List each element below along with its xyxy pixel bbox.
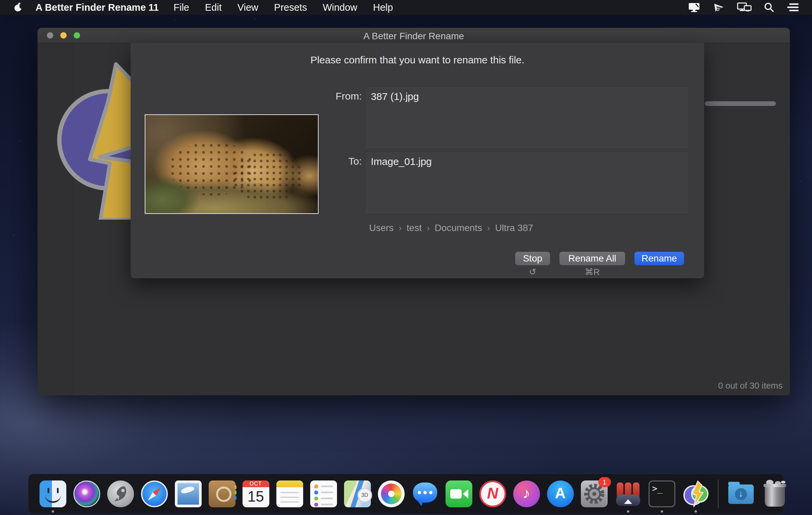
from-filename-field[interactable]: 387 (1).jpg <box>365 86 689 147</box>
rename-button[interactable]: Rename <box>634 252 684 265</box>
running-indicator <box>694 510 697 513</box>
dock-better-finder-rename[interactable] <box>683 481 709 507</box>
dock-contacts[interactable] <box>209 481 235 507</box>
window-title-bar[interactable]: A Better Finder Rename <box>37 28 790 43</box>
notification-badge: 1 <box>598 477 611 487</box>
reminders-icon <box>310 481 337 507</box>
calendar-month: OCT <box>242 481 269 487</box>
news-icon: N <box>480 481 506 507</box>
dock-safari[interactable] <box>141 481 168 507</box>
terminal-icon: >_ <box>648 481 675 507</box>
rename-all-button[interactable]: Rename All <box>559 252 625 265</box>
dock-messages[interactable] <box>412 481 438 507</box>
menu-help[interactable]: Help <box>373 2 393 13</box>
dock-mail[interactable] <box>175 481 202 507</box>
rename-all-shortcut-hint: ⌘R <box>576 267 609 277</box>
siri-icon <box>74 481 100 507</box>
screen-mirroring-icon[interactable] <box>737 2 752 12</box>
dock-finder[interactable] <box>39 481 66 507</box>
dock-launchpad[interactable] <box>107 481 134 507</box>
dock-photos[interactable] <box>378 481 405 507</box>
sheet-heading: Please confirm that you want to rename t… <box>130 54 704 66</box>
menu-presets[interactable]: Presets <box>274 2 307 13</box>
display-icon[interactable] <box>687 2 701 12</box>
apple-menu[interactable] <box>13 2 24 13</box>
to-label: To: <box>318 156 362 167</box>
finder-icon <box>39 481 66 507</box>
stop-button[interactable]: Stop <box>515 252 550 265</box>
dock-separator <box>718 480 719 508</box>
messages-bubble-icon <box>413 483 437 503</box>
dock-system-preferences[interactable]: 1 <box>581 481 608 507</box>
dock-facetime[interactable] <box>445 481 472 507</box>
notification-list-icon[interactable] <box>787 3 799 12</box>
contacts-book-icon <box>209 481 235 507</box>
dock: OCT 15 3D <box>28 474 784 514</box>
to-filename-value: Image_01.jpg <box>366 152 689 171</box>
theater-seats-icon <box>615 481 641 507</box>
breadcrumb-test: test <box>407 223 422 233</box>
safari-compass-icon <box>141 481 168 507</box>
from-filename-value: 387 (1).jpg <box>366 87 689 106</box>
to-filename-field[interactable]: Image_01.jpg <box>365 152 689 213</box>
dock-downloads-folder[interactable]: ↓ <box>728 481 754 507</box>
running-indicator <box>661 510 663 513</box>
breadcrumb-users: Users <box>369 223 394 233</box>
mail-stamp-icon <box>175 481 202 507</box>
dock-theater-seats-app[interactable] <box>615 481 641 507</box>
presentation-pointer-icon[interactable] <box>713 2 725 12</box>
dock-maps[interactable]: 3D <box>344 481 371 507</box>
dock-calendar[interactable]: OCT 15 <box>242 481 269 507</box>
dock-news[interactable]: N <box>480 481 506 507</box>
active-app-menu[interactable]: A Better Finder Rename 11 <box>35 2 159 13</box>
running-indicator <box>52 510 54 513</box>
menu-file[interactable]: File <box>174 2 189 13</box>
chevron-right-icon: › <box>399 223 402 233</box>
dock-trash[interactable] <box>761 481 788 507</box>
desktop: A Better Finder Rename 11 File Edit View… <box>0 0 812 515</box>
menu-items: File Edit View Presets Window Help <box>174 2 393 13</box>
better-finder-rename-watermark-icon <box>50 62 132 220</box>
menu-edit[interactable]: Edit <box>205 2 222 13</box>
spotlight-search-icon[interactable] <box>764 2 775 13</box>
rocket-glyph <box>107 481 134 507</box>
stop-shortcut-hint: ↺ <box>516 267 549 277</box>
dock-siri[interactable] <box>74 481 100 507</box>
calendar-day: 15 <box>242 487 269 506</box>
dock-itunes[interactable]: ♪ <box>513 481 540 507</box>
apple-logo-icon <box>13 2 24 13</box>
window-title: A Better Finder Rename <box>37 31 790 42</box>
from-label: From: <box>318 90 362 102</box>
calendar-icon: OCT 15 <box>242 481 269 507</box>
file-preview-image <box>145 114 319 214</box>
dock-reminders[interactable] <box>310 481 337 507</box>
maps-3d-badge: 3D <box>357 488 372 503</box>
photos-flower-icon <box>378 481 405 507</box>
facetime-camera-icon <box>445 481 472 507</box>
app-window: 0 out of 30 items A Better Finder Rename… <box>37 28 790 395</box>
downloads-folder-icon: ↓ <box>728 485 754 504</box>
leopard-spots-texture <box>232 152 303 202</box>
better-finder-rename-icon <box>683 481 709 507</box>
dock-app-store[interactable]: A <box>547 481 574 507</box>
chevron-right-icon: › <box>487 223 490 233</box>
app-store-icon: A <box>547 481 574 507</box>
running-indicator <box>627 510 629 513</box>
items-status-text: 0 out of 30 items <box>718 381 783 391</box>
breadcrumb-ultra-387: Ultra 387 <box>495 223 533 233</box>
menu-window[interactable]: Window <box>323 2 357 13</box>
chevron-right-icon: › <box>427 223 430 233</box>
dock-notes[interactable] <box>277 481 303 507</box>
breadcrumb: Users › test › Documents › Ultra 387 <box>369 223 533 233</box>
itunes-note-icon: ♪ <box>513 481 540 507</box>
menu-bar-status-area <box>687 2 799 13</box>
notes-icon <box>277 481 303 507</box>
dock-terminal[interactable]: >_ <box>648 481 675 507</box>
progress-bar <box>705 101 776 106</box>
trash-full-icon <box>765 485 785 507</box>
terminal-prompt: >_ <box>652 484 663 493</box>
menu-view[interactable]: View <box>237 2 258 13</box>
breadcrumb-documents: Documents <box>435 223 482 233</box>
rename-confirm-sheet: Please confirm that you want to rename t… <box>130 43 704 278</box>
menu-bar: A Better Finder Rename 11 File Edit View… <box>0 0 812 15</box>
